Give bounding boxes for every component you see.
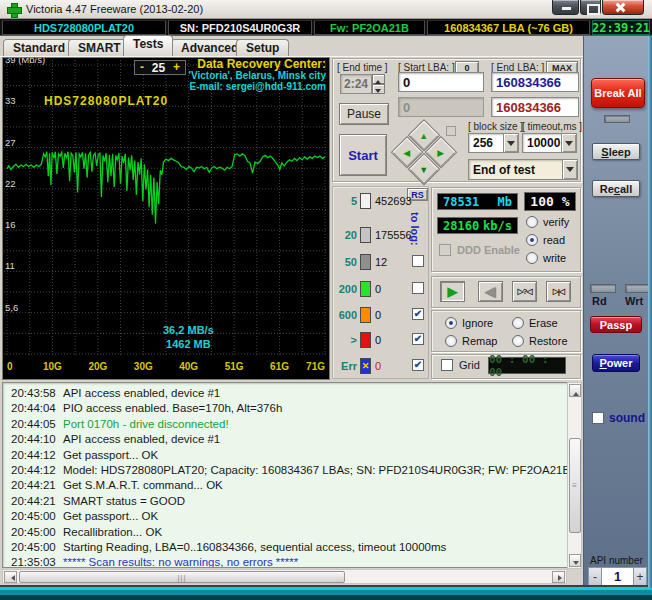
tab-standard[interactable]: Standard	[3, 39, 75, 56]
grid-checkbox[interactable]: Grid	[441, 359, 480, 371]
tab-tests[interactable]: Tests	[123, 35, 173, 56]
horizontal-scroll-thumb[interactable]: |||	[19, 571, 345, 583]
defect-action-radio-remap[interactable]: Remap	[445, 335, 497, 347]
speed-lcd: 28160 kb/s	[437, 217, 518, 234]
test-params-groupbox: [ End time ] 2:24 Pause Start [ Start LB…	[332, 58, 581, 182]
minimize-button[interactable]	[552, 0, 579, 15]
end-action-value: End of test	[469, 163, 562, 177]
drive-info-bar: HDS728080PLAT20 SN: PFD210S4UR0G3R Fw: P…	[0, 19, 652, 36]
timeout-dropdown-arrow[interactable]	[561, 134, 576, 152]
passport-button[interactable]: Passp	[590, 316, 642, 333]
skip-end-button[interactable]: ▷|◁	[546, 281, 571, 302]
skip-question-button[interactable]: ▷?◁	[512, 281, 537, 302]
log-message: Get S.M.A.R.T. command... OK	[53, 479, 223, 494]
sound-checkbox-box[interactable]	[592, 412, 604, 424]
rw-mode-radio-read[interactable]: read	[526, 234, 565, 246]
counter-row->: >0✔	[333, 332, 430, 350]
graph-readout: 36,2 MB/s 1462 MB	[163, 323, 214, 351]
grid-checkbox-box[interactable]	[441, 359, 453, 371]
ddd-enable-checkbox[interactable]: DDD Enable	[439, 244, 520, 256]
scroll-right-button[interactable]	[552, 571, 565, 583]
current-end-lba-display: 160834366	[491, 97, 579, 117]
radio-label-read: read	[543, 234, 565, 246]
defect-action-radio-erase[interactable]: Erase	[512, 317, 558, 329]
recall-button[interactable]: Recall	[592, 180, 640, 197]
to-log-checkbox-200[interactable]	[412, 282, 424, 294]
reverse-button[interactable]: ◀	[478, 281, 503, 302]
radio-button-ignore[interactable]	[445, 317, 457, 329]
svg-text:0: 0	[7, 361, 13, 372]
zoom-out-button[interactable]: -	[135, 62, 149, 73]
end-action-dropdown-arrow[interactable]	[562, 160, 577, 179]
log-horizontal-scrollbar[interactable]: |||	[2, 569, 567, 584]
sleep-label-u: S	[601, 146, 608, 158]
tab-setup[interactable]: Setup	[236, 39, 289, 56]
seek-option-checkbox[interactable]	[446, 126, 456, 136]
graph-zoom-control[interactable]: - 25 +	[134, 60, 186, 75]
scroll-left-button[interactable]	[4, 571, 17, 583]
drive-model: HDS728080PLAT20	[2, 20, 166, 35]
radio-button-write[interactable]	[526, 252, 538, 264]
block-size-dropdown-arrow[interactable]	[503, 134, 518, 152]
title-bar[interactable]: Victoria 4.47 Freeware (2013-02-20)	[0, 0, 652, 19]
to-log-checkbox-err[interactable]: ✔	[412, 359, 424, 371]
power-button[interactable]: Power	[592, 354, 640, 372]
radio-button-verify[interactable]	[526, 216, 538, 228]
scroll-down-button[interactable]	[569, 554, 581, 567]
recall-label-post: all	[620, 183, 632, 195]
end-time-down[interactable]	[372, 84, 385, 94]
pause-button[interactable]: Pause	[339, 103, 389, 125]
defect-action-radio-ignore[interactable]: Ignore	[445, 317, 493, 329]
radio-button-remap[interactable]	[445, 335, 457, 347]
rw-mode-radio-write[interactable]: write	[526, 252, 566, 264]
play-button[interactable]: ▶	[440, 281, 465, 302]
block-size-select[interactable]: 256	[468, 133, 519, 153]
log-line: 20:44:12Model: HDS728080PLAT20; Capacity…	[3, 464, 567, 479]
break-all-button[interactable]: Break All	[591, 78, 645, 108]
zoom-value: 25	[149, 61, 168, 75]
radio-button-read[interactable]	[526, 234, 538, 246]
api-number-minus-button[interactable]: -	[588, 567, 602, 586]
close-button[interactable]	[602, 0, 644, 15]
vertical-scroll-thumb[interactable]: ≡	[569, 438, 581, 533]
log-vertical-scrollbar[interactable]: ≡	[567, 382, 582, 569]
to-log-checkbox-600[interactable]: ✔	[412, 308, 424, 320]
vendor-banner: Data Recovery Center: 'Victoria', Belaru…	[189, 59, 326, 92]
sleep-button[interactable]: Sleep	[592, 143, 640, 160]
wrt-led-label: Wrt	[625, 295, 643, 307]
maximize-button[interactable]	[580, 0, 601, 15]
to-log-checkbox-50[interactable]	[412, 255, 424, 267]
radio-label-ignore: Ignore	[462, 317, 493, 329]
api-number-plus-button[interactable]: +	[633, 567, 647, 586]
start-lba-input[interactable]: 0	[398, 72, 484, 92]
tab-smart[interactable]: SMART	[68, 39, 131, 56]
progress-lcd: 100 %	[524, 192, 576, 211]
timeout-select[interactable]: 10000	[522, 133, 577, 153]
radio-button-restore[interactable]	[512, 335, 524, 347]
event-log[interactable]: 20:43:58API access enabled, device #120:…	[2, 382, 567, 568]
log-line: 20:44:04PIO access enabled. Base=170h, A…	[3, 402, 567, 417]
timeout-value: 10000	[523, 136, 561, 150]
end-lba-input[interactable]: 160834366	[491, 72, 579, 92]
rw-mode-radio-verify[interactable]: verify	[526, 216, 569, 228]
ddd-enable-label: DDD Enable	[457, 244, 520, 256]
end-time-up[interactable]	[372, 74, 385, 84]
to-log-checkbox->[interactable]: ✔	[412, 333, 424, 345]
counter-color-block	[360, 332, 371, 348]
sound-checkbox[interactable]: sound	[592, 411, 645, 425]
end-time-label: [ End time ]	[337, 62, 388, 73]
ddd-enable-box[interactable]	[439, 244, 451, 256]
radio-label-write: write	[543, 252, 566, 264]
log-message: API access enabled, device #1	[53, 433, 220, 448]
defect-action-radio-restore[interactable]: Restore	[512, 335, 568, 347]
zoom-in-button[interactable]: +	[168, 62, 185, 73]
api-number-spinner: - 1 +	[588, 567, 647, 586]
clock: 22:39:21	[592, 20, 650, 35]
radio-button-erase[interactable]	[512, 317, 524, 329]
scroll-up-button[interactable]	[569, 384, 581, 397]
drive-serial: SN: PFD210S4UR0G3R	[168, 20, 312, 35]
counter-value: 0	[375, 283, 381, 295]
end-time-spinner[interactable]: 2:24	[340, 74, 385, 94]
end-action-select[interactable]: End of test	[468, 159, 578, 180]
start-button[interactable]: Start	[339, 134, 387, 176]
